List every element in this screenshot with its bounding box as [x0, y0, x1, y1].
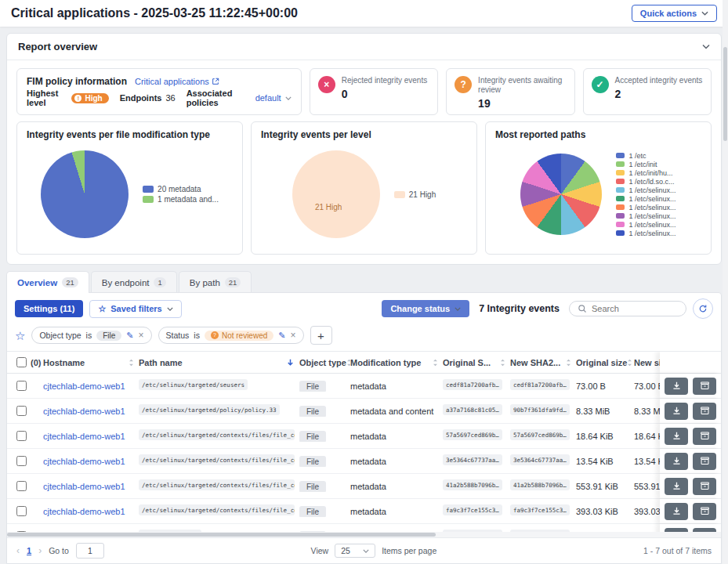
prev-page-button[interactable]: ‹ — [16, 545, 20, 556]
archive-button[interactable] — [693, 378, 716, 395]
archive-button[interactable] — [693, 478, 716, 495]
chevron-down-icon — [363, 549, 369, 553]
horizontal-scrollbar[interactable] — [7, 532, 721, 537]
filter-chip-status[interactable]: Status is ? Not reviewed ✎ × — [158, 327, 304, 344]
saved-filters-label: Saved filters — [110, 304, 161, 313]
associated-policies-label: Associated policies — [187, 89, 252, 107]
goto-page-input[interactable] — [76, 543, 104, 559]
hostname-link[interactable]: cjtechlab-demo-web1 — [43, 457, 125, 466]
download-button[interactable] — [665, 378, 688, 395]
column-header-modification-type: Modification type — [350, 358, 421, 367]
archive-button[interactable] — [693, 503, 716, 520]
original-size: 18.64 KiB — [576, 432, 634, 441]
hostname-link[interactable]: cjtechlab-demo-web1 — [43, 407, 125, 416]
hostname-link[interactable]: cjtechlab-demo-web1 — [43, 507, 125, 516]
original-sha: 3e5364c67737aa… — [443, 454, 502, 465]
tab-label: Overview — [17, 278, 57, 287]
archive-button[interactable] — [693, 453, 716, 470]
download-button[interactable] — [665, 428, 688, 445]
original-sha: cedf81a7200afb… — [443, 379, 502, 390]
search-input[interactable] — [592, 304, 678, 313]
actions-column-header — [660, 352, 721, 373]
settings-button[interactable]: Settings (11) — [15, 300, 83, 317]
edit-filter-icon[interactable]: ✎ — [126, 331, 133, 341]
next-page-button[interactable]: › — [38, 545, 42, 556]
object-type-badge: File — [299, 456, 326, 467]
object-type-badge: File — [299, 506, 326, 517]
saved-filters-button[interactable]: ☆ Saved filters — [89, 300, 181, 318]
tab-by-path[interactable]: By path 21 — [179, 271, 252, 292]
download-icon — [672, 481, 682, 491]
table-row: cjtechlab-demo-web1 /etc/selinux/targete… — [7, 499, 721, 524]
events-count-label: 7 Integrity events — [479, 303, 560, 314]
download-button[interactable] — [665, 503, 688, 520]
object-type-badge: File — [299, 381, 326, 392]
tab-overview[interactable]: Overview 21 — [6, 271, 89, 293]
table-footer: ‹ 1 › Go to View 25 Items per page 1 - 7… — [7, 537, 721, 563]
hostname-link[interactable]: cjtechlab-demo-web1 — [43, 381, 125, 391]
row-checkbox[interactable] — [16, 481, 27, 491]
select-all-checkbox[interactable] — [16, 357, 27, 367]
chart-modification-type: Integrity events per file modification t… — [16, 121, 243, 255]
sort-icon[interactable] — [500, 359, 505, 367]
sort-icon[interactable] — [627, 359, 632, 367]
scrollbar-thumb[interactable] — [7, 533, 436, 537]
path-name: /etc/selinux/targeted/policy/policy.33 — [139, 404, 280, 415]
row-checkbox[interactable] — [16, 406, 27, 416]
sort-icon[interactable] — [129, 359, 134, 367]
row-checkbox[interactable] — [16, 456, 27, 466]
archive-icon — [700, 456, 710, 466]
page-number[interactable]: 1 — [27, 546, 31, 555]
sort-icon[interactable] — [566, 359, 571, 367]
tab-by-endpoint[interactable]: By endpoint 1 — [91, 271, 177, 292]
fim-policy-info-card: FIM policy information Critical applicat… — [16, 68, 302, 115]
new-sha: 57a5697ced869b… — [510, 429, 570, 440]
download-button[interactable] — [665, 403, 688, 420]
change-status-label: Change status — [390, 304, 450, 313]
favorite-filter-star-icon[interactable]: ☆ — [15, 330, 25, 342]
original-sha: 57a5697ced869b… — [443, 429, 502, 440]
selected-count: (0) — [31, 358, 41, 367]
download-button[interactable] — [665, 478, 688, 495]
remove-filter-icon[interactable]: × — [139, 330, 144, 341]
table-row: cjtechlab-demo-web1 /etc/selinux/targete… — [7, 374, 721, 399]
endpoints-value: 36 — [165, 93, 175, 103]
quick-actions-button[interactable]: Quick actions — [632, 5, 717, 22]
legend-label: 1 /etc/selinux... — [628, 212, 675, 220]
associated-policies-link[interactable]: default — [255, 93, 281, 103]
sort-desc-active-icon[interactable] — [286, 358, 295, 367]
refresh-button[interactable] — [693, 298, 713, 319]
row-checkbox[interactable] — [16, 506, 27, 516]
archive-icon — [700, 381, 710, 391]
chart-legend: 21 High — [394, 189, 436, 201]
legend-label: 1 metadata and... — [158, 195, 219, 204]
hostname-link[interactable]: cjtechlab-demo-web1 — [43, 432, 125, 441]
add-filter-button[interactable]: + — [310, 326, 332, 345]
row-checkbox[interactable] — [16, 381, 27, 391]
chevron-down-icon[interactable] — [285, 96, 292, 100]
sort-icon[interactable] — [433, 359, 438, 367]
new-sha: 41a2b588b7096b… — [510, 479, 570, 490]
pie-chart — [520, 154, 602, 235]
filter-value-badge: ? Not reviewed — [205, 331, 273, 341]
edit-filter-icon[interactable]: ✎ — [278, 331, 285, 341]
original-size: 13.54 KiB — [576, 457, 634, 466]
page-size-select[interactable]: 25 — [335, 544, 375, 558]
remove-filter-icon[interactable]: × — [290, 330, 295, 341]
page-size-value: 25 — [341, 546, 350, 555]
search-box[interactable] — [569, 301, 686, 316]
report-overview-header[interactable]: Report overview — [7, 34, 721, 60]
items-per-page-label: Items per page — [382, 546, 436, 555]
hostname-link[interactable]: cjtechlab-demo-web1 — [43, 482, 125, 491]
row-checkbox[interactable] — [16, 431, 27, 441]
policy-link[interactable]: Critical applications — [135, 77, 219, 86]
archive-button[interactable] — [693, 403, 716, 420]
archive-button[interactable] — [693, 428, 716, 445]
download-button[interactable] — [665, 453, 688, 470]
scrollbar-thumb[interactable] — [723, 47, 727, 141]
vertical-scrollbar[interactable] — [723, 0, 728, 564]
filter-chip-object-type[interactable]: Object type is File ✎ × — [31, 327, 151, 344]
tab-label: By path — [190, 278, 220, 287]
collapse-chevron-icon[interactable] — [702, 44, 710, 49]
change-status-button[interactable]: Change status — [382, 300, 469, 317]
